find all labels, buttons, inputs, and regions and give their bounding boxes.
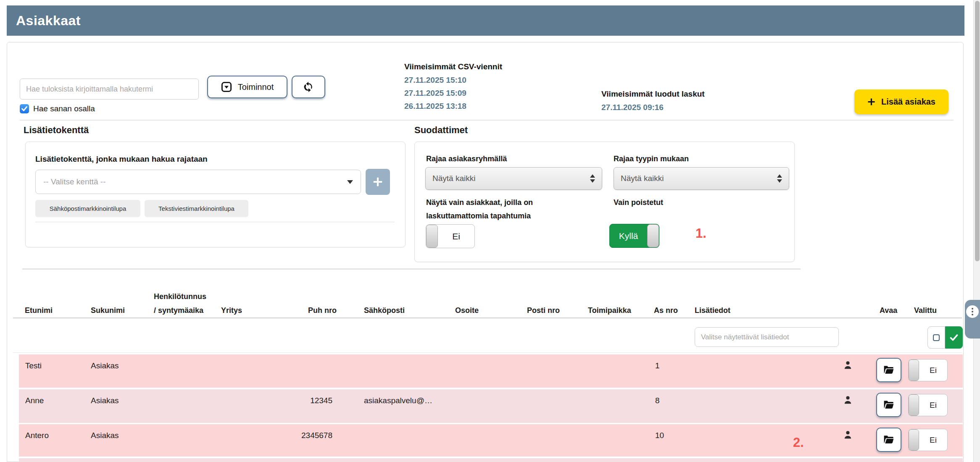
scrollbar-thumb[interactable] [975, 1, 980, 261]
word-search-label: Hae sanan osalla [33, 104, 95, 113]
column-header-open: Avaa [880, 306, 897, 315]
search-input[interactable] [20, 79, 199, 100]
type-select[interactable]: Näytä kaikki [614, 167, 789, 190]
type-select-value: Näytä kaikki [621, 174, 777, 183]
row-selected-value: Ei [919, 394, 947, 416]
extra-fields-heading: Lisätietokenttä [24, 125, 89, 136]
cell-phone: 12345 [271, 396, 332, 405]
column-header-selected: Valittu [914, 306, 937, 315]
toggle-handle [426, 225, 438, 248]
refresh-icon [303, 81, 314, 92]
column-header-ssn: Henkilötunnus [154, 292, 206, 301]
more-options-icon [966, 305, 979, 318]
folder-open-icon [883, 400, 894, 410]
plus-icon [867, 98, 875, 106]
row-selected-toggle[interactable]: Ei [908, 394, 948, 416]
open-customer-button[interactable] [876, 358, 901, 382]
column-header-ssn: / syntymäaika [154, 306, 203, 315]
scrollbar-track[interactable] [973, 0, 980, 462]
annotation-marker-1: 1. [695, 226, 706, 241]
csv-export-link[interactable]: 27.11.2025 15:09 [404, 89, 466, 98]
cell-email: asiakaspalvelu@… [364, 396, 432, 405]
page: Asiakkaat Hae sanan osalla Toiminnot Vii… [0, 0, 980, 462]
table-row: Testi Asiakas 1 Ei [19, 354, 963, 388]
divider [13, 352, 962, 353]
actions-button-label: Toiminnot [238, 82, 274, 92]
check-icon [950, 334, 958, 341]
checkbox-outline-icon [933, 334, 940, 341]
row-selected-toggle[interactable]: Ei [908, 429, 948, 451]
customer-group-select[interactable]: Näytä kaikki [425, 167, 602, 190]
column-header-phone: Puh nro [276, 306, 337, 315]
user-icon [843, 430, 852, 441]
checkmark-icon [21, 106, 27, 111]
side-panel-toggle[interactable] [965, 300, 980, 339]
toggle-handle [647, 224, 659, 247]
column-header-first-name: Etunimi [25, 306, 53, 315]
table-row: Antero Asiakas 2345678 10 2. Ei [19, 424, 963, 457]
unbilled-toggle[interactable]: Ei [426, 224, 475, 248]
csv-exports-title: Viimeisimmät CSV-viennit [404, 62, 502, 71]
page-header: Asiakkaat [7, 5, 964, 36]
user-icon [843, 395, 852, 407]
cell-first-name: Anne [25, 396, 44, 405]
divider [20, 120, 954, 121]
customer-group-value: Näytä kaikki [432, 174, 590, 183]
column-header-email: Sähköposti [364, 306, 405, 315]
folder-open-icon [883, 365, 894, 375]
select-arrows-icon [777, 174, 782, 183]
cell-first-name: Testi [25, 361, 42, 370]
refresh-button[interactable] [292, 76, 325, 98]
divider [22, 268, 801, 270]
cell-last-name: Asiakas [91, 431, 119, 440]
cell-last-name: Asiakas [91, 361, 119, 370]
column-header-address: Osoite [455, 306, 479, 315]
toggle-handle [909, 429, 919, 451]
unbilled-label: laskuttamattomia tapahtumia [426, 212, 531, 220]
plus-icon [373, 177, 383, 187]
select-all-button[interactable] [945, 326, 963, 349]
deleted-label: Vain poistetut [614, 198, 663, 207]
column-header-postal-code: Posti nro [527, 306, 560, 315]
main-panel: Hae sanan osalla Toiminnot Viimeisimmät … [7, 42, 964, 462]
extra-field-panel-label: Lisätietokenttä, jonka mukaan hakua raja… [35, 155, 208, 164]
column-header-company: Yritys [221, 306, 242, 315]
csv-export-link[interactable]: 27.11.2025 15:10 [404, 76, 466, 85]
cell-first-name: Antero [25, 431, 49, 440]
chip-sms-marketing[interactable]: Tekstiviestimarkkinointilupa [145, 200, 248, 217]
folder-open-icon [883, 435, 894, 445]
cell-customer-no: 8 [655, 396, 660, 405]
row-selected-value: Ei [919, 360, 947, 381]
deselect-all-button[interactable] [927, 326, 945, 349]
row-selected-value: Ei [919, 429, 947, 451]
open-customer-button[interactable] [876, 393, 901, 417]
extra-info-filter-input[interactable] [695, 327, 839, 347]
add-customer-button[interactable]: Lisää asiakas [854, 89, 948, 114]
chevron-down-icon [347, 180, 353, 184]
user-icon [843, 360, 852, 372]
column-header-customer-no: As nro [654, 306, 678, 315]
invoice-link[interactable]: 27.11.2025 09:16 [601, 103, 664, 112]
type-label: Rajaa tyypin mukaan [614, 155, 689, 163]
column-header-extra-info: Lisätiedot [695, 306, 730, 315]
extra-field-select-placeholder: -- Valitse kenttä -- [43, 177, 347, 186]
row-selected-toggle[interactable]: Ei [908, 359, 948, 381]
invoices-title: Viimeisimmät luodut laskut [601, 89, 705, 99]
deleted-toggle[interactable]: Kyllä [609, 224, 659, 248]
page-title: Asiakkaat [16, 13, 81, 29]
column-header-city: Toimipaikka [588, 306, 631, 315]
divider [13, 318, 962, 318]
divider [35, 222, 395, 222]
word-search-checkbox[interactable] [20, 104, 29, 113]
extra-field-select[interactable]: -- Valitse kenttä -- [35, 170, 361, 194]
cell-customer-no: 10 [655, 431, 664, 440]
add-field-button[interactable] [366, 169, 390, 195]
open-customer-button[interactable] [876, 428, 901, 452]
chip-email-marketing[interactable]: Sähköpostimarkkinointilupa [35, 200, 140, 217]
cell-phone: 2345678 [271, 431, 332, 440]
filters-panel: Rajaa asiakasryhmällä Näytä kaikki Rajaa… [414, 142, 795, 262]
actions-button[interactable]: Toiminnot [207, 76, 287, 98]
customer-group-label: Rajaa asiakasryhmällä [426, 155, 507, 163]
csv-export-link[interactable]: 26.11.2025 13:18 [404, 102, 466, 111]
toggle-handle [909, 360, 919, 381]
